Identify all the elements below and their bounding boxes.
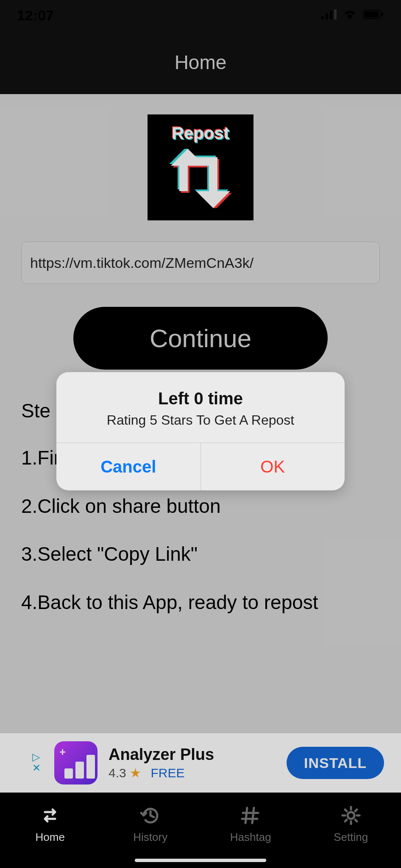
cancel-button[interactable]: Cancel xyxy=(56,443,201,490)
modal-message: Rating 5 Stars To Get A Repost xyxy=(69,412,332,428)
rating-modal: Left 0 time Rating 5 Stars To Get A Repo… xyxy=(56,372,345,490)
ok-button[interactable]: OK xyxy=(201,443,345,490)
modal-title: Left 0 time xyxy=(69,389,332,408)
